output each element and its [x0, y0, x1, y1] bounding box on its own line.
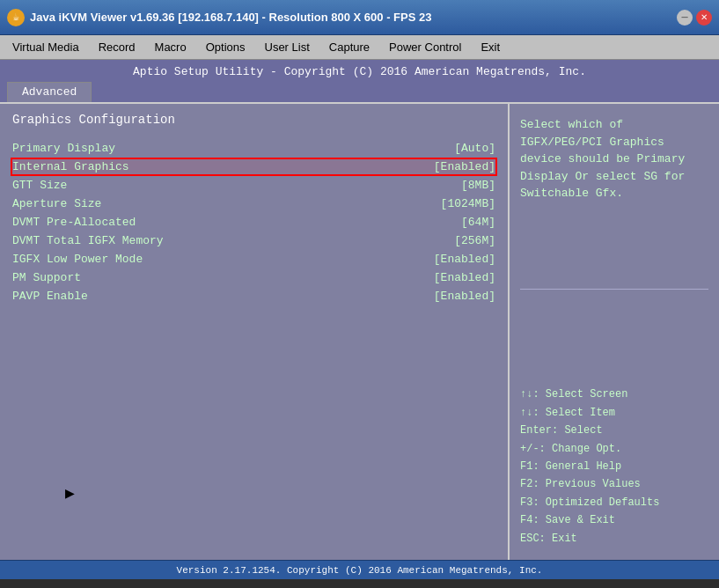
bios-label-2: GTT Size	[12, 179, 67, 192]
bios-label-7: PM Support	[12, 271, 81, 284]
bios-value-1: [Enabled]	[434, 160, 495, 173]
shortcut-6: F3: Optimized Defaults	[520, 494, 708, 511]
help-line: Display Or select SG for	[520, 168, 708, 186]
shortcut-3: +/-: Change Opt.	[520, 440, 708, 458]
help-line: device should be Primary	[520, 151, 708, 168]
menu-item-record[interactable]: Record	[90, 39, 144, 55]
help-text: Select which ofIGFX/PEG/PCI Graphicsdevi…	[520, 116, 708, 202]
bios-right-panel: Select which ofIGFX/PEG/PCI Graphicsdevi…	[508, 104, 719, 560]
shortcut-4: F1: General Help	[520, 458, 708, 475]
bios-left-panel: Graphics Configuration Primary Display[A…	[0, 104, 508, 560]
bios-label-6: IGFX Low Power Mode	[12, 253, 143, 266]
shortcut-0: ↑↓: Select Screen	[520, 386, 708, 403]
bios-row-1[interactable]: Internal Graphics[Enabled]	[12, 159, 495, 174]
shortcut-1: ↑↓: Select Item	[520, 404, 708, 422]
menu-item-macro[interactable]: Macro	[146, 39, 195, 55]
mouse-cursor: ▶	[65, 483, 75, 503]
menu-item-capture[interactable]: Capture	[320, 39, 378, 55]
bios-tab-bar: Advanced	[0, 82, 719, 102]
bios-label-4: DVMT Pre-Allocated	[12, 216, 136, 229]
bios-value-8: [Enabled]	[434, 290, 495, 303]
bios-row-4[interactable]: DVMT Pre-Allocated[64M]	[12, 215, 495, 230]
minimize-button[interactable]: ─	[677, 10, 693, 26]
close-button[interactable]: ✕	[696, 10, 712, 26]
title-bar-controls: ─ ✕	[677, 10, 712, 26]
bios-row-7[interactable]: PM Support[Enabled]	[12, 270, 495, 285]
help-line: Switchable Gfx.	[520, 185, 708, 202]
bios-label-5: DVMT Total IGFX Memory	[12, 234, 164, 247]
menu-item-virtual-media[interactable]: Virtual Media	[4, 39, 88, 55]
shortcuts: ↑↓: Select Screen↑↓: Select ItemEnter: S…	[520, 386, 708, 548]
tab-advanced[interactable]: Advanced	[7, 82, 92, 102]
bios-row-5[interactable]: DVMT Total IGFX Memory[256M]	[12, 233, 495, 248]
menu-bar: Virtual MediaRecordMacroOptionsUser List…	[0, 35, 719, 60]
bios-value-7: [Enabled]	[434, 271, 495, 284]
status-bar: Version 2.17.1254. Copyright (C) 2016 Am…	[0, 560, 719, 579]
window-title: Java iKVM Viewer v1.69.36 [192.168.7.140…	[30, 11, 431, 24]
bios-label-1: Internal Graphics	[12, 160, 129, 173]
bios-row-0[interactable]: Primary Display[Auto]	[12, 141, 495, 156]
bios-value-5: [256M]	[454, 234, 495, 247]
bios-value-4: [64M]	[461, 216, 495, 229]
bios-row-2[interactable]: GTT Size[8MB]	[12, 178, 495, 193]
bios-header-text: Aptio Setup Utility - Copyright (C) 2016…	[0, 65, 719, 78]
title-bar: ☕ Java iKVM Viewer v1.69.36 [192.168.7.1…	[0, 0, 719, 35]
menu-item-power-control[interactable]: Power Control	[380, 39, 470, 55]
java-icon: ☕	[7, 9, 25, 26]
separator	[520, 289, 708, 290]
bios-content: Graphics Configuration Primary Display[A…	[0, 102, 719, 560]
section-title: Graphics Configuration	[12, 113, 495, 127]
help-line: Select which of	[520, 116, 708, 134]
help-line: IGFX/PEG/PCI Graphics	[520, 134, 708, 151]
menu-item-options[interactable]: Options	[197, 39, 254, 55]
bios-value-6: [Enabled]	[434, 253, 495, 266]
shortcut-7: F4: Save & Exit	[520, 511, 708, 529]
menu-item-user-list[interactable]: User List	[256, 39, 319, 55]
bios-value-3: [1024MB]	[441, 197, 495, 210]
bios-row-6[interactable]: IGFX Low Power Mode[Enabled]	[12, 252, 495, 267]
status-text: Version 2.17.1254. Copyright (C) 2016 Am…	[177, 565, 543, 576]
bios-value-0: [Auto]	[454, 142, 495, 155]
bios-container: Aptio Setup Utility - Copyright (C) 2016…	[0, 60, 719, 560]
bios-label-0: Primary Display	[12, 142, 115, 155]
bios-label-8: PAVP Enable	[12, 290, 88, 303]
shortcut-8: ESC: Exit	[520, 530, 708, 548]
bios-value-2: [8MB]	[461, 179, 495, 192]
shortcut-5: F2: Previous Values	[520, 475, 708, 493]
shortcut-2: Enter: Select	[520, 422, 708, 439]
bios-header: Aptio Setup Utility - Copyright (C) 2016…	[0, 60, 719, 102]
bios-label-3: Aperture Size	[12, 197, 101, 210]
menu-item-exit[interactable]: Exit	[472, 39, 509, 55]
bios-rows: Primary Display[Auto]Internal Graphics[E…	[12, 141, 495, 304]
title-bar-left: ☕ Java iKVM Viewer v1.69.36 [192.168.7.1…	[7, 9, 431, 26]
bios-row-3[interactable]: Aperture Size[1024MB]	[12, 196, 495, 211]
bios-row-8[interactable]: PAVP Enable[Enabled]	[12, 289, 495, 304]
